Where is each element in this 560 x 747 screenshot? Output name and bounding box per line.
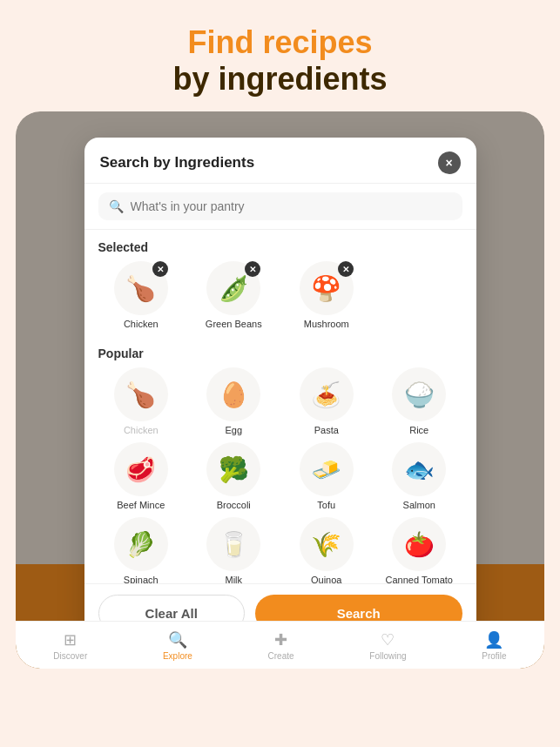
nav-icon: 👤 (484, 630, 503, 649)
popular-ingredient-item[interactable]: 🍅 Canned Tomato (376, 517, 462, 583)
ingredient-circle: 🍗 (114, 367, 168, 421)
popular-ingredient-item[interactable]: 🍝 Pasta (284, 367, 370, 435)
ingredient-label: Salmon (403, 500, 435, 510)
modal-body[interactable]: Selected 🍗 ✕ Chicken 🫛 ✕ Green Beans 🍄 ✕… (84, 230, 476, 583)
nav-icon: ⊞ (64, 630, 77, 649)
search-bar: 🔍 (84, 184, 476, 230)
ingredient-label: Tofu (317, 500, 335, 510)
nav-label: Explore (163, 651, 192, 661)
ingredient-label: Canned Tomato (386, 575, 453, 583)
ingredient-label: Rice (409, 425, 428, 435)
ingredient-label: Beef Mince (117, 500, 165, 510)
search-input[interactable] (131, 199, 452, 213)
nav-item-discover[interactable]: ⊞ Discover (53, 630, 87, 661)
nav-label: Create (268, 651, 294, 661)
ingredient-label: Pasta (314, 425, 339, 435)
ingredient-emoji: 🧈 (311, 455, 341, 484)
nav-item-profile[interactable]: 👤 Profile (482, 630, 506, 661)
ingredient-circle: 🍅 (392, 517, 446, 571)
ingredient-label: Broccoli (217, 500, 251, 510)
modal: Search by Ingredients × 🔍 Selected 🍗 (84, 138, 476, 643)
modal-title: Search by Ingredients (100, 154, 255, 172)
remove-badge[interactable]: ✕ (338, 261, 354, 277)
ingredient-circle: 🥛 (206, 517, 260, 571)
popular-ingredient-item[interactable]: 🍗 Chicken (98, 367, 185, 435)
ingredient-emoji: 🥦 (219, 455, 249, 484)
nav-icon: ✚ (274, 630, 287, 649)
page-header: Find recipes by ingredients (0, 0, 560, 111)
popular-ingredient-item[interactable]: 🧈 Tofu (284, 442, 370, 510)
popular-ingredient-item[interactable]: 🥩 Beef Mince (98, 442, 185, 510)
ingredient-emoji: 🥩 (125, 455, 156, 484)
search-input-wrapper: 🔍 (98, 192, 462, 220)
popular-ingredient-item[interactable]: 🥚 Egg (191, 367, 277, 435)
nav-item-create[interactable]: ✚ Create (268, 630, 294, 661)
ingredient-emoji: 🍝 (311, 380, 341, 409)
ingredient-emoji: 🍄 (311, 274, 341, 303)
selected-ingredient-item[interactable]: 🍗 ✕ Chicken (98, 261, 185, 329)
page-wrapper: Find recipes by ingredients Search by In… (0, 0, 560, 669)
bottom-nav: ⊞ Discover 🔍 Explore ✚ Create ♡ Followin… (16, 621, 544, 669)
ingredient-emoji: 🥚 (219, 380, 249, 409)
selected-section-label: Selected (98, 230, 462, 261)
nav-label: Profile (482, 651, 506, 661)
ingredient-circle: 🌾 (300, 517, 354, 571)
ingredient-emoji: 🌾 (311, 530, 341, 559)
selected-ingredient-item[interactable]: 🍄 ✕ Mushroom (284, 261, 370, 329)
remove-badge[interactable]: ✕ (152, 261, 168, 277)
ingredient-circle: 🥦 (206, 442, 260, 496)
nav-item-following[interactable]: ♡ Following (369, 630, 406, 661)
ingredient-label: Egg (225, 425, 242, 435)
ingredient-emoji: 🍚 (404, 380, 435, 409)
ingredient-label: Chicken (124, 425, 159, 435)
ingredient-label: Green Beans (206, 319, 262, 329)
selected-ingredient-item[interactable]: 🫛 ✕ Green Beans (191, 261, 277, 329)
header-line2: by ingredients (17, 61, 543, 98)
ingredient-circle: 🍚 (392, 367, 446, 421)
ingredient-circle: 🥩 (114, 442, 168, 496)
modal-overlay: Search by Ingredients × 🔍 Selected 🍗 (16, 111, 544, 669)
ingredient-emoji: 🫛 (219, 274, 249, 303)
ingredient-label: Spinach (124, 575, 159, 583)
ingredient-emoji: 🍅 (404, 530, 435, 559)
ingredient-emoji: 🍗 (125, 380, 156, 409)
ingredient-emoji: 🐟 (404, 455, 435, 484)
app-frame: Search by Ingredients × 🔍 Selected 🍗 (16, 111, 544, 669)
ingredient-circle: 🫛 ✕ (206, 261, 260, 315)
remove-badge[interactable]: ✕ (245, 261, 260, 277)
close-button[interactable]: × (438, 151, 461, 174)
nav-item-explore[interactable]: 🔍 Explore (163, 630, 192, 661)
ingredient-circle: 🍝 (300, 367, 354, 421)
nav-label: Discover (53, 651, 87, 661)
nav-icon: ♡ (381, 630, 395, 649)
popular-ingredient-item[interactable]: 🥦 Broccoli (191, 442, 277, 510)
ingredient-emoji: 🥬 (125, 530, 156, 559)
popular-ingredient-item[interactable]: 🥛 Milk (191, 517, 277, 583)
popular-ingredient-item[interactable]: 🥬 Spinach (98, 517, 185, 583)
ingredient-circle: 🐟 (392, 442, 446, 496)
nav-label: Following (369, 651, 406, 661)
ingredient-label: Chicken (124, 319, 159, 329)
nav-icon: 🔍 (168, 630, 187, 649)
selected-grid: 🍗 ✕ Chicken 🫛 ✕ Green Beans 🍄 ✕ Mushroom (98, 261, 462, 329)
popular-ingredient-item[interactable]: 🐟 Salmon (376, 442, 462, 510)
ingredient-emoji: 🥛 (219, 530, 249, 559)
ingredient-circle: 🥬 (114, 517, 168, 571)
popular-section-label: Popular (98, 336, 462, 367)
ingredient-circle: 🥚 (206, 367, 260, 421)
ingredient-label: Mushroom (304, 319, 349, 329)
popular-grid: 🍗 Chicken 🥚 Egg 🍝 Pasta 🍚 Rice 🥩 Beef Mi… (98, 367, 462, 583)
ingredient-circle: 🧈 (300, 442, 354, 496)
popular-ingredient-item[interactable]: 🍚 Rice (376, 367, 462, 435)
ingredient-circle: 🍗 ✕ (114, 261, 168, 315)
modal-header: Search by Ingredients × (84, 138, 476, 184)
header-line1: Find recipes (17, 24, 543, 61)
popular-ingredient-item[interactable]: 🌾 Quinoa (284, 517, 370, 583)
ingredient-emoji: 🍗 (125, 274, 156, 303)
ingredient-label: Milk (225, 575, 242, 583)
ingredient-circle: 🍄 ✕ (300, 261, 354, 315)
search-icon: 🔍 (109, 199, 124, 213)
ingredient-label: Quinoa (311, 575, 341, 583)
